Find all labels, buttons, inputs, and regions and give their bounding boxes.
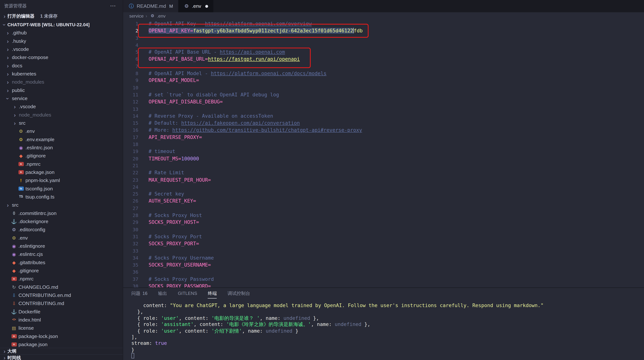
tree-file-license[interactable]: ▤license	[0, 324, 123, 332]
tree-file-index-html[interactable]: <>index.html	[0, 316, 123, 324]
more-actions-icon[interactable]: ⋯	[110, 2, 116, 9]
tree-file-npmrc[interactable]: n.npmrc	[0, 160, 123, 168]
code-line-22[interactable]: 22# Rate Limit	[123, 169, 644, 176]
code-line-34[interactable]: 34# Socks Proxy Username	[123, 255, 644, 262]
tree-file-editorconfig[interactable]: ⚙.editorconfig	[0, 226, 123, 234]
tree-folder-public[interactable]: public	[0, 86, 123, 94]
tree-file-package-json[interactable]: npackage.json	[0, 341, 123, 348]
code-line-25[interactable]: 25# Secret key	[123, 191, 644, 198]
code-line-14[interactable]: 14# Reverse Proxy - Available on accessT…	[123, 113, 644, 120]
tree-file-tsup-config-ts[interactable]: TStsup.config.ts	[0, 193, 123, 201]
code-line-31[interactable]: 31# Socks Proxy Port	[123, 233, 644, 240]
tree-folder-vscode[interactable]: .vscode	[0, 102, 123, 111]
tree-file-contributing-md[interactable]: ⇩CONTRIBUTING.md	[0, 299, 123, 308]
code-token: # timeout	[148, 149, 175, 154]
tree-file-pnpm-lock-yaml[interactable]: !pnpm-lock.yaml	[0, 176, 123, 184]
code-line-28[interactable]: 28# Socks Proxy Host	[123, 212, 644, 219]
tree-file-contributing-en-md[interactable]: ⇩CONTRIBUTING.en.md	[0, 291, 123, 299]
breadcrumb-item-service[interactable]: service	[129, 13, 144, 18]
open-editors-section-header[interactable]: 打开的编辑器 1 未保存	[0, 11, 123, 20]
code-line-36[interactable]: 36	[123, 269, 644, 276]
tree-file-tsconfig-json[interactable]: tstsconfig.json	[0, 185, 123, 193]
code-line-19[interactable]: 19# timeout	[123, 148, 644, 155]
breadcrumb-item-env[interactable]: ⚙.env	[149, 13, 166, 18]
tree-folder-kubernetes[interactable]: kubernetes	[0, 70, 123, 78]
code-line-10[interactable]: 10	[123, 84, 644, 91]
tree-file-dockerfile[interactable]: ⚓Dockerfile	[0, 308, 123, 316]
code-line-27[interactable]: 27	[123, 205, 644, 212]
tree-folder-service[interactable]: service	[0, 94, 123, 102]
code-line-35[interactable]: 35SOCKS_PROXY_USERNAME=	[123, 262, 644, 269]
code-line-18[interactable]: 18	[123, 141, 644, 148]
code-line-16[interactable]: 16# More: https://github.com/transitive-…	[123, 127, 644, 134]
tree-file-package-json[interactable]: npackage.json	[0, 168, 123, 176]
code-line-30[interactable]: 30	[123, 226, 644, 233]
tree-folder-vscode[interactable]: .vscode	[0, 45, 123, 53]
tree-file-gitignore[interactable]: ◆.gitignore	[0, 152, 123, 160]
code-line-3[interactable]: 3	[123, 35, 644, 42]
editor-tab-env[interactable]: ⚙.env	[178, 0, 214, 12]
project-section-header[interactable]: CHATGPT-WEB [WSL: UBUNTU-22.04]	[0, 20, 123, 29]
code-line-12[interactable]: 12OPENAI_API_DISABLE_DEBUG=	[123, 99, 644, 106]
tree-file-gitignore[interactable]: ◆.gitignore	[0, 267, 123, 275]
editor-tab-readme-md[interactable]: ⓘREADME.mdM	[123, 0, 178, 12]
code-line-33[interactable]: 33	[123, 248, 644, 255]
code-line-20[interactable]: 20TIMEOUT_MS=100000	[123, 155, 644, 162]
tree-folder-docs[interactable]: docs	[0, 62, 123, 70]
code-line-38[interactable]: 38SOCKS_PROXY_PASSWORD=	[123, 283, 644, 287]
code-line-13[interactable]: 13	[123, 106, 644, 113]
code-editor[interactable]: 1# OpenAI API Key - https://platform.ope…	[123, 19, 644, 288]
tree-file-env[interactable]: ⚙.env	[0, 234, 123, 242]
tree-folder-src[interactable]: src	[0, 201, 123, 209]
tree-file-eslintignore[interactable]: ◉.eslintignore	[0, 242, 123, 250]
code-line-17[interactable]: 17API_REVERSE_PROXY=	[123, 134, 644, 141]
tree-file-npmrc[interactable]: n.npmrc	[0, 275, 123, 283]
panel-tab-bar: 问题16输出GITLENS终端调试控制台	[123, 288, 644, 299]
tree-file-dockerignore[interactable]: ⚓.dockerignore	[0, 217, 123, 226]
code-line-7[interactable]: 7	[123, 63, 644, 70]
code-line-2[interactable]: 2OPENAI_API_KEY=fastgpt-y6b3axfbdd5wyp01…	[123, 27, 644, 34]
code-line-9[interactable]: 9OPENAI_API_MODEL=	[123, 77, 644, 84]
code-line-4[interactable]: 4	[123, 42, 644, 49]
code-line-26[interactable]: 26AUTH_SECRET_KEY=	[123, 198, 644, 205]
code-line-1[interactable]: 1# OpenAI API Key - https://platform.ope…	[123, 20, 644, 27]
code-line-21[interactable]: 21	[123, 162, 644, 169]
code-line-23[interactable]: 23MAX_REQUEST_PER_HOUR=	[123, 176, 644, 184]
code-line-11[interactable]: 11# set `true` to disable OpenAI API deb…	[123, 91, 644, 98]
code-line-5[interactable]: 5# OpenAI API Base URL - https://api.ope…	[123, 49, 644, 56]
terminal-token: '介绍下剧情'	[212, 328, 242, 334]
tree-folder-docker-compose[interactable]: docker-compose	[0, 53, 123, 61]
terminal-token: { role:	[131, 315, 161, 321]
tree-file-changelog-md[interactable]: ↻CHANGELOG.md	[0, 283, 123, 291]
tree-file-package-lock-json[interactable]: npackage-lock.json	[0, 332, 123, 341]
code-line-24[interactable]: 24	[123, 184, 644, 191]
tree-file-eslintrc-json[interactable]: ◉.eslintrc.json	[0, 144, 123, 152]
panel-tab-终端[interactable]: 终端	[208, 288, 217, 299]
code-line-6[interactable]: 6OPENAI_API_BASE_URL=https://fastgpt.run…	[123, 56, 644, 63]
code-line-8[interactable]: 8# OpenAI API Model - https://platform.o…	[123, 70, 644, 77]
tree-folder-src[interactable]: src	[0, 119, 123, 127]
tree-file-commitlintrc-json[interactable]: {}.commitlintrc.json	[0, 209, 123, 217]
tree-file-env[interactable]: ⚙.env	[0, 127, 123, 135]
tree-folder-husky[interactable]: .husky	[0, 37, 123, 45]
tree-file-eslintrc-cjs[interactable]: ◉.eslintrc.cjs	[0, 250, 123, 258]
tree-folder-github[interactable]: .github	[0, 29, 123, 37]
unsaved-dot-icon[interactable]	[205, 5, 208, 7]
code-line-15[interactable]: 15# Default: https://ai.fakeopen.com/api…	[123, 120, 644, 127]
panel-tab-输出[interactable]: 输出	[158, 288, 167, 299]
timeline-section-header[interactable]: 时间线	[0, 354, 123, 360]
npm-icon: n	[18, 170, 24, 174]
tree-folder-node-modules[interactable]: node_modules	[0, 111, 123, 119]
code-line-32[interactable]: 32SOCKS_PROXY_PORT=	[123, 240, 644, 247]
tree-folder-node-modules[interactable]: node_modules	[0, 78, 123, 86]
code-line-29[interactable]: 29SOCKS_PROXY_HOST=	[123, 219, 644, 226]
tree-file-env-example[interactable]: ⚙.env.example	[0, 135, 123, 144]
tree-file-gitattributes[interactable]: ◆.gitattributes	[0, 258, 123, 267]
line-number: 2	[123, 27, 142, 34]
terminal-output[interactable]: content: "You are ChatGPT, a large langu…	[123, 299, 644, 360]
panel-tab-问题[interactable]: 问题16	[131, 288, 148, 299]
outline-section-header[interactable]: 大纲	[0, 348, 123, 354]
panel-tab-调试控制台[interactable]: 调试控制台	[228, 288, 250, 299]
panel-tab-gitlens[interactable]: GITLENS	[178, 288, 197, 299]
code-line-37[interactable]: 37# Socks Proxy Password	[123, 276, 644, 283]
